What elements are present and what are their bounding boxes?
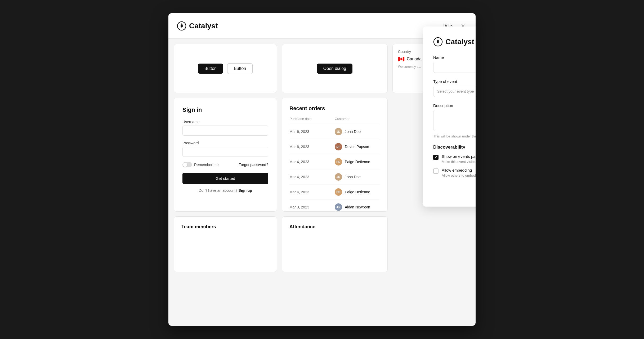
- primary-button[interactable]: Button: [198, 64, 223, 74]
- signup-text: Don't have an account? Sign up: [182, 188, 268, 193]
- allow-embedding-item: Allow embedding Allow others to embed yo…: [433, 168, 476, 177]
- show-events-checkbox[interactable]: ✓: [433, 155, 439, 160]
- orders-title: Recent orders: [289, 105, 380, 111]
- discoverability-title: Discoverability: [433, 145, 476, 150]
- logo: Catalyst: [177, 21, 218, 31]
- order-date: Mar 6, 2023: [289, 145, 335, 149]
- team-card: Team members: [174, 216, 277, 272]
- name-label: Name: [433, 55, 476, 60]
- team-title: Team members: [181, 224, 269, 230]
- order-date: Mar 4, 2023: [289, 175, 335, 179]
- buttons-card: Button Button: [174, 44, 277, 93]
- order-customer: DP Devon Papson: [335, 143, 380, 150]
- dialog-card: Open dialog: [282, 44, 388, 93]
- order-date: Mar 4, 2023: [289, 160, 335, 164]
- remember-me-label: Remember me: [194, 163, 219, 167]
- table-row: Mar 6, 2023 JD John Doe: [289, 124, 380, 139]
- orders-table: Purchase date Customer Mar 6, 2023 JD Jo…: [289, 117, 380, 212]
- col-customer-header: Customer: [335, 117, 380, 121]
- table-row: Mar 6, 2023 DP Devon Papson: [289, 139, 380, 154]
- order-date: Mar 6, 2023: [289, 130, 335, 134]
- customer-name: Aidan Newborn: [345, 205, 370, 209]
- description-label: Description: [433, 103, 476, 108]
- open-dialog-button[interactable]: Open dialog: [317, 64, 352, 74]
- order-customer: PD Paige Detienne: [335, 188, 380, 196]
- panel-logo-text: Catalyst: [445, 38, 474, 46]
- panel-logo-icon: [433, 37, 443, 47]
- table-row: Mar 3, 2023 AN Aidan Newborn: [289, 200, 380, 212]
- order-customer: JD John Doe: [335, 128, 380, 135]
- username-group: Username: [182, 120, 268, 136]
- orders-header: Purchase date Customer: [289, 117, 380, 124]
- catalyst-logo-icon: [177, 21, 186, 31]
- show-events-content: Show on events page Make this event visi…: [442, 154, 476, 164]
- forgot-password-link[interactable]: Forgot password?: [239, 163, 268, 167]
- type-select[interactable]: Select your event type: [433, 86, 476, 97]
- type-select-wrapper: Select your event type ⇅: [433, 86, 476, 97]
- form-options: Remember me Forgot password?: [182, 162, 268, 167]
- signup-link[interactable]: Sign up: [239, 188, 252, 193]
- allow-embedding-label: Allow embedding: [442, 168, 476, 172]
- type-label: Type of event: [433, 79, 476, 84]
- order-customer: PD Paige Detienne: [335, 158, 380, 166]
- orders-card: Recent orders Purchase date Customer Mar…: [282, 98, 388, 212]
- avatar: DP: [335, 143, 342, 150]
- col-date-header: Purchase date: [289, 117, 335, 121]
- table-row: Mar 4, 2023 JD John Doe: [289, 170, 380, 185]
- avatar: PD: [335, 188, 342, 196]
- attendance-card: Attendance: [282, 216, 388, 272]
- orders-rows: Mar 6, 2023 JD John Doe Mar 6, 2023 DP D…: [289, 124, 380, 212]
- remember-me-toggle[interactable]: [182, 162, 192, 167]
- signin-title: Sign in: [182, 106, 268, 113]
- username-input[interactable]: [182, 126, 268, 136]
- allow-embedding-desc: Allow others to embed your event details…: [442, 173, 476, 177]
- table-row: Mar 4, 2023 PD Paige Detienne: [289, 154, 380, 170]
- description-textarea[interactable]: [433, 110, 476, 131]
- avatar: PD: [335, 158, 342, 166]
- avatar: JD: [335, 173, 342, 181]
- avatar: JD: [335, 128, 342, 135]
- attendance-title: Attendance: [289, 224, 380, 230]
- signin-card: Sign in Username Password Remember me Fo…: [174, 98, 277, 212]
- password-input[interactable]: [182, 147, 268, 157]
- country-flag: 🇨🇦: [398, 56, 405, 62]
- get-started-button[interactable]: Get started: [182, 173, 268, 184]
- customer-name: Devon Papson: [345, 145, 369, 149]
- right-panel: Catalyst Name Type of event Select your …: [423, 26, 476, 207]
- remember-me-group: Remember me: [182, 162, 219, 167]
- password-label: Password: [182, 141, 268, 145]
- table-row: Mar 4, 2023 PD Paige Detienne: [289, 185, 380, 200]
- secondary-button[interactable]: Button: [227, 63, 253, 74]
- show-events-label: Show on events page: [442, 154, 476, 159]
- order-date: Mar 4, 2023: [289, 190, 335, 194]
- panel-logo: Catalyst: [433, 37, 476, 47]
- show-events-desc: Make this event visible on your profile.: [442, 160, 476, 164]
- customer-name: John Doe: [345, 130, 361, 134]
- checkmark-icon: ✓: [435, 155, 437, 159]
- customer-name: Paige Detienne: [345, 160, 370, 164]
- allow-embedding-content: Allow embedding Allow others to embed yo…: [442, 168, 476, 177]
- username-label: Username: [182, 120, 268, 124]
- logo-text: Catalyst: [189, 22, 218, 30]
- name-input[interactable]: [433, 62, 476, 73]
- customer-name: John Doe: [345, 175, 361, 179]
- password-group: Password: [182, 141, 268, 157]
- show-events-item: ✓ Show on events page Make this event vi…: [433, 154, 476, 164]
- description-hint: This will be shown under the product tit…: [433, 134, 476, 138]
- customer-name: Paige Detienne: [345, 190, 370, 194]
- allow-embedding-checkbox[interactable]: [433, 168, 439, 174]
- order-customer: AN Aidan Newborn: [335, 203, 380, 211]
- avatar: AN: [335, 203, 342, 211]
- country-name: Canada: [407, 57, 422, 61]
- order-date: Mar 3, 2023: [289, 205, 335, 209]
- order-customer: JD John Doe: [335, 173, 380, 181]
